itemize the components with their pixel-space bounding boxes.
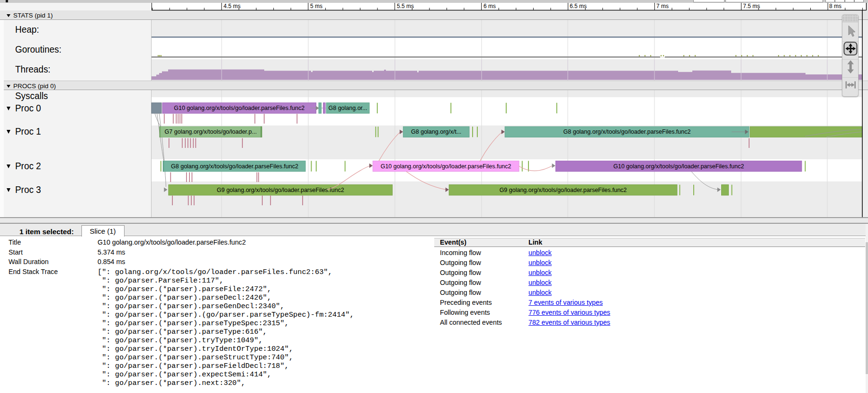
svg-text:5.5 ms: 5.5 ms bbox=[397, 3, 414, 9]
svg-text:G9 golang.org/x/tools/go/loade: G9 golang.org/x/tools/go/loader.parseFil… bbox=[217, 187, 344, 193]
svg-text:G8 golang.or...: G8 golang.or... bbox=[328, 105, 367, 111]
svg-text:G10 golang.org/x/tools/go/load: G10 golang.org/x/tools/go/loader.parseFi… bbox=[613, 163, 744, 170]
svg-text:G7 golang.org/x/tools/go/loade: G7 golang.org/x/tools/go/loader.p... bbox=[165, 128, 257, 135]
svg-text:G9 golang.org/x/tools/go/loade: G9 golang.org/x/tools/go/loader.parseFil… bbox=[500, 187, 627, 193]
svg-text:G8 golang.org/x/tools/go/loade: G8 golang.org/x/tools/go/loader.parseFil… bbox=[171, 163, 298, 170]
svg-text:G10 golang.org/x/tools/go/load: G10 golang.org/x/tools/go/loader.parseFi… bbox=[174, 105, 304, 111]
svg-text:8 ms: 8 ms bbox=[829, 3, 841, 9]
svg-text:G10 golang.org/x/tools/go/load: G10 golang.org/x/tools/go/loader.parseFi… bbox=[381, 163, 511, 170]
svg-text:7.5 ms: 7.5 ms bbox=[743, 3, 760, 9]
svg-text:G8 golang.org/x/t...: G8 golang.org/x/t... bbox=[411, 128, 461, 135]
svg-text:5 ms: 5 ms bbox=[310, 3, 322, 9]
svg-text:7 ms: 7 ms bbox=[656, 3, 669, 9]
svg-text:6.5 ms: 6.5 ms bbox=[570, 3, 587, 9]
svg-text:G8 golang.org/x/tools/go/loade: G8 golang.org/x/tools/go/loader.parseFil… bbox=[564, 128, 691, 135]
svg-text:6 ms: 6 ms bbox=[483, 3, 496, 9]
svg-text:4.5 ms: 4.5 ms bbox=[224, 3, 241, 9]
